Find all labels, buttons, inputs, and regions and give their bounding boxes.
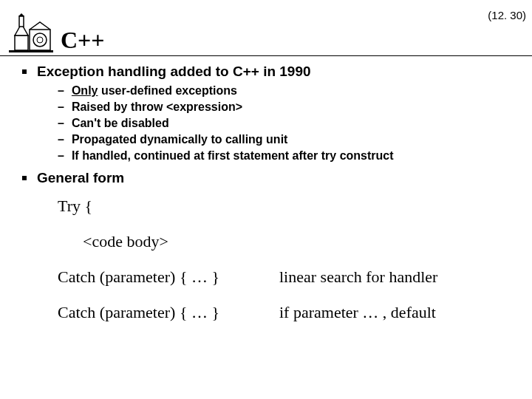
dash-icon: – bbox=[58, 117, 64, 130]
sub-text: Propagated dynamically to calling unit bbox=[72, 133, 288, 146]
bullet-2-text: General form bbox=[37, 170, 124, 186]
code-row: Catch (parameter) { … } if parameter … ,… bbox=[58, 303, 517, 322]
svg-rect-3 bbox=[30, 30, 50, 50]
bullet-dot-icon bbox=[22, 69, 27, 74]
sub-item: – Raised by throw <expression> bbox=[58, 100, 517, 114]
page-number: (12. 30) bbox=[488, 9, 526, 21]
code-catch-left: Catch (parameter) { … } bbox=[58, 267, 279, 287]
dash-icon: – bbox=[58, 149, 64, 163]
svg-rect-2 bbox=[19, 16, 24, 27]
sub-item: – Can't be disabled bbox=[58, 117, 517, 130]
code-catch-right: linear search for handler bbox=[279, 267, 517, 287]
sub-item: – Propagated dynamically to calling unit bbox=[58, 133, 517, 146]
code-catch-right: if parameter … , default bbox=[279, 303, 517, 322]
dash-icon: – bbox=[58, 133, 64, 146]
code-try: Try { bbox=[58, 197, 517, 216]
sub-list-1: – Only user-defined exceptions – Raised … bbox=[22, 84, 517, 163]
logo-icon bbox=[9, 13, 53, 54]
sub-text: Only user-defined exceptions bbox=[72, 84, 237, 98]
sub-item: – If handled, continued at first stateme… bbox=[58, 149, 517, 163]
header: C++ bbox=[0, 0, 532, 54]
dash-icon: – bbox=[58, 84, 64, 98]
dash-icon: – bbox=[58, 100, 64, 114]
code-body: <code body> bbox=[58, 232, 517, 251]
sub-text: If handled, continued at first statement… bbox=[72, 149, 394, 163]
code-row: Catch (parameter) { … } linear search fo… bbox=[58, 267, 517, 287]
bullet-2: General form bbox=[22, 170, 517, 186]
slide-content: Exception handling added to C++ in 1990 … bbox=[0, 64, 532, 322]
bullet-1-text: Exception handling added to C++ in 1990 bbox=[37, 64, 311, 80]
divider bbox=[0, 55, 532, 56]
bullet-dot-icon bbox=[22, 176, 27, 180]
sub-text: Raised by throw <expression> bbox=[72, 100, 242, 114]
svg-rect-1 bbox=[15, 35, 28, 50]
bullet-1: Exception handling added to C++ in 1990 bbox=[22, 64, 517, 80]
sub-item: – Only user-defined exceptions bbox=[58, 84, 517, 98]
page-title: C++ bbox=[61, 27, 105, 54]
sub-text: Can't be disabled bbox=[72, 117, 169, 130]
code-catch-left: Catch (parameter) { … } bbox=[58, 303, 279, 322]
code-block: Try { <code body> Catch (parameter) { … … bbox=[22, 197, 517, 322]
